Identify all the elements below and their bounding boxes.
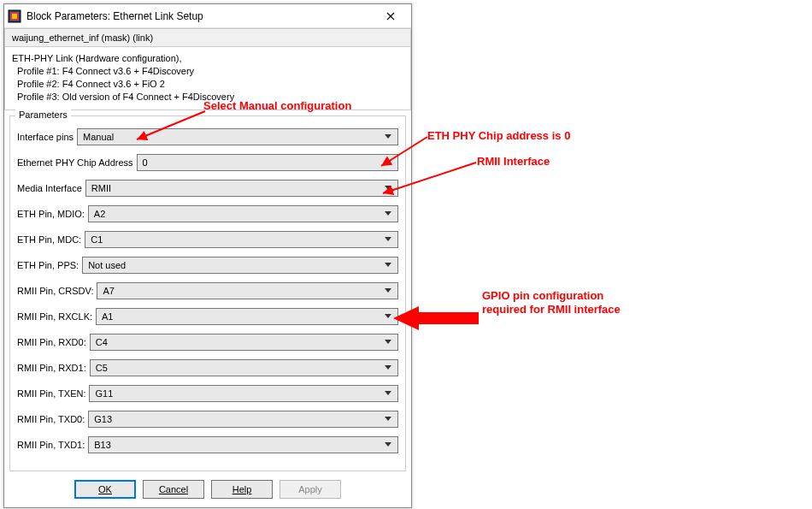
- dropdown-value: G13: [94, 414, 382, 424]
- dropdown-value: Not used: [88, 260, 382, 270]
- label-txd0: RMII Pin, TXD0:: [17, 414, 85, 424]
- dropdown-crsdv[interactable]: A7: [97, 282, 398, 299]
- row-media-interface: Media Interface RMII: [17, 180, 398, 197]
- mask-line: waijung_ethernet_inf (mask) (link): [4, 28, 411, 47]
- dropdown-value: C4: [96, 337, 382, 347]
- desc-line: Profile #3: Old version of F4 Connect + …: [12, 91, 403, 104]
- chevron-down-icon: [382, 234, 394, 246]
- dropdown-phy-addr[interactable]: 0: [137, 154, 398, 171]
- label-txen: RMII Pin, TXEN:: [17, 388, 85, 399]
- row-interface-pins: Interface pins Manual: [17, 128, 398, 145]
- dropdown-txd1[interactable]: B13: [88, 436, 398, 453]
- dropdown-rxclk[interactable]: A1: [96, 308, 398, 325]
- row-txd0: RMII Pin, TXD0: G13: [17, 411, 398, 428]
- label-rxd1: RMII Pin, RXD1:: [17, 363, 86, 373]
- row-txd1: RMII Pin, TXD1: B13: [17, 436, 398, 453]
- dropdown-rxd1[interactable]: C5: [90, 359, 398, 376]
- desc-line: Profile #1: F4 Connect v3.6 + F4Discover…: [12, 65, 403, 78]
- button-label: Help: [232, 484, 252, 494]
- description-block: ETH-PHY Link (Hardware configuration), P…: [4, 47, 411, 110]
- row-mdio: ETH Pin, MDIO: A2: [17, 205, 398, 222]
- dropdown-interface-pins[interactable]: Manual: [77, 128, 398, 145]
- dropdown-value: C1: [91, 234, 382, 245]
- chevron-down-icon: [382, 285, 394, 297]
- titlebar: Block Parameters: Ethernet Link Setup: [4, 4, 411, 28]
- label-phy-addr: Ethernet PHY Chip Address: [17, 157, 133, 168]
- label-mdc: ETH Pin, MDC:: [17, 234, 81, 245]
- label-rxclk: RMII Pin, RXCLK:: [17, 311, 92, 322]
- dropdown-value: A2: [94, 209, 382, 219]
- button-label: Apply: [298, 484, 322, 494]
- button-label: Cancel: [159, 484, 188, 494]
- apply-button: Apply: [279, 480, 341, 499]
- svg-rect-2: [12, 14, 17, 19]
- dropdown-pps[interactable]: Not used: [82, 257, 398, 274]
- chevron-down-icon: [382, 157, 394, 169]
- dropdown-mdio[interactable]: A2: [88, 205, 398, 222]
- app-icon: [8, 9, 21, 23]
- chevron-down-icon: [382, 336, 394, 348]
- row-rxd0: RMII Pin, RXD0: C4: [17, 334, 398, 351]
- annotation-gpio-line1: GPIO pin configuration: [482, 289, 603, 302]
- dropdown-value: G11: [95, 388, 382, 399]
- dropdown-value: C5: [96, 363, 382, 373]
- row-rxclk: RMII Pin, RXCLK: A1: [17, 308, 398, 325]
- row-mdc: ETH Pin, MDC: C1: [17, 231, 398, 248]
- label-txd1: RMII Pin, TXD1:: [17, 440, 85, 450]
- dropdown-mdc[interactable]: C1: [85, 231, 398, 248]
- row-pps: ETH Pin, PPS: Not used: [17, 257, 398, 274]
- parameters-group: Parameters Interface pins Manual Etherne…: [9, 115, 406, 471]
- help-button[interactable]: Help: [211, 480, 273, 499]
- label-crsdv: RMII Pin, CRSDV:: [17, 286, 93, 296]
- label-interface-pins: Interface pins: [17, 132, 74, 142]
- label-pps: ETH Pin, PPS:: [17, 260, 79, 270]
- chevron-down-icon: [382, 413, 394, 425]
- dropdown-value: A7: [103, 286, 382, 296]
- dropdown-value: 0: [143, 157, 382, 168]
- close-icon: [386, 9, 395, 23]
- row-rxd1: RMII Pin, RXD1: C5: [17, 359, 398, 376]
- cancel-button[interactable]: Cancel: [143, 480, 204, 499]
- dropdown-value: Manual: [83, 132, 382, 142]
- row-phy-addr: Ethernet PHY Chip Address 0: [17, 154, 398, 171]
- dropdown-value: RMII: [91, 183, 382, 193]
- dropdown-media-interface[interactable]: RMII: [85, 180, 398, 197]
- button-label: OK: [98, 484, 112, 494]
- label-media-interface: Media Interface: [17, 183, 82, 193]
- chevron-down-icon: [382, 131, 394, 143]
- chevron-down-icon: [382, 388, 394, 400]
- close-button[interactable]: [374, 6, 408, 27]
- ok-button[interactable]: OK: [74, 480, 136, 499]
- chevron-down-icon: [382, 311, 394, 323]
- window-title: Block Parameters: Ethernet Link Setup: [26, 10, 374, 22]
- dropdown-value: B13: [94, 440, 382, 450]
- chevron-down-icon: [382, 208, 394, 220]
- annotation-phy-addr: ETH PHY Chip address is 0: [427, 129, 570, 142]
- desc-line: Profile #2: F4 Connect v3.6 + FiO 2: [12, 78, 403, 91]
- chevron-down-icon: [382, 182, 394, 194]
- block-parameters-dialog: Block Parameters: Ethernet Link Setup wa…: [3, 3, 412, 508]
- dropdown-txen[interactable]: G11: [89, 385, 398, 402]
- label-mdio: ETH Pin, MDIO:: [17, 209, 85, 219]
- dropdown-txd0[interactable]: G13: [88, 411, 398, 428]
- chevron-down-icon: [382, 362, 394, 374]
- annotation-gpio-line2: required for RMII interface: [482, 303, 621, 316]
- parameters-legend: Parameters: [15, 109, 71, 120]
- row-txen: RMII Pin, TXEN: G11: [17, 385, 398, 402]
- dropdown-rxd0[interactable]: C4: [90, 334, 398, 351]
- label-rxd0: RMII Pin, RXD0:: [17, 337, 86, 347]
- chevron-down-icon: [382, 259, 394, 271]
- button-bar: OK Cancel Help Apply: [4, 475, 411, 507]
- row-crsdv: RMII Pin, CRSDV: A7: [17, 282, 398, 299]
- desc-line: ETH-PHY Link (Hardware configuration),: [12, 52, 403, 65]
- chevron-down-icon: [382, 439, 394, 451]
- annotation-rmii: RMII Interface: [477, 155, 550, 168]
- dropdown-value: A1: [102, 311, 382, 322]
